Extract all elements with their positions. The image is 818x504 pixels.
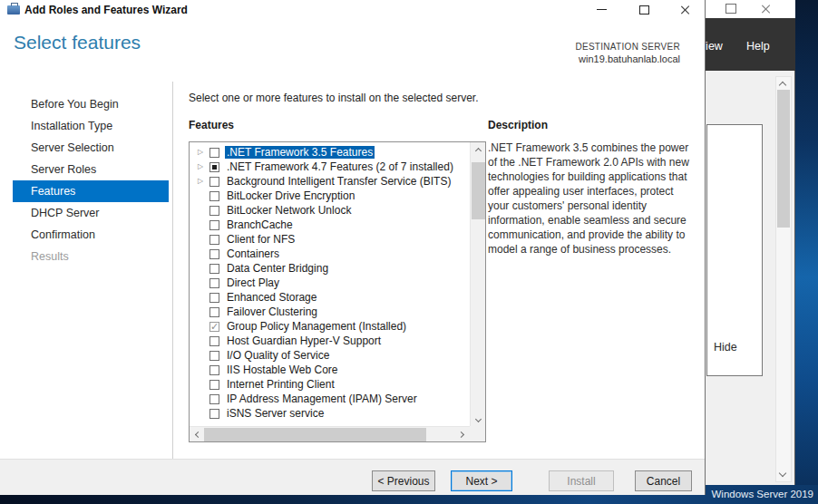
maximize-icon[interactable]	[628, 0, 659, 19]
server-manager-scrollbar[interactable]	[775, 76, 792, 482]
feature-row[interactable]: ▷ iSNS Server service	[190, 406, 470, 421]
feature-checkbox[interactable]	[209, 235, 219, 245]
scrollbar-thumb[interactable]	[472, 162, 485, 219]
feature-label[interactable]: IIS Hostable Web Core	[225, 363, 340, 376]
wizard-titlebar: Add Roles and Features Wizard	[0, 0, 705, 19]
feature-label[interactable]: .NET Framework 3.5 Features	[225, 146, 375, 159]
feature-label[interactable]: BitLocker Network Unlock	[225, 204, 353, 217]
feature-row[interactable]: ▷ BranchCache	[190, 218, 470, 232]
close-icon[interactable]	[670, 0, 701, 19]
feature-checkbox[interactable]	[209, 162, 219, 172]
scroll-down-icon[interactable]	[471, 412, 486, 426]
sidebar-item[interactable]: Results	[13, 246, 169, 267]
feature-label[interactable]: Internet Printing Client	[225, 378, 336, 391]
scroll-left-icon[interactable]	[191, 427, 205, 442]
previous-button[interactable]: < Previous	[372, 470, 435, 491]
feature-row[interactable]: ▷ IIS Hostable Web Core	[190, 363, 470, 377]
feature-checkbox[interactable]	[209, 307, 219, 317]
feature-row[interactable]: ▷ .NET Framework 3.5 Features	[190, 145, 470, 160]
menu-help[interactable]: Help	[746, 40, 770, 53]
features-list-label: Features	[189, 119, 234, 131]
sidebar-item[interactable]: DHCP Server	[13, 202, 169, 224]
feature-label[interactable]: .NET Framework 4.7 Features (2 of 7 inst…	[225, 160, 455, 173]
expand-arrow-icon[interactable]: ▷	[196, 174, 205, 189]
feature-row[interactable]: ▷ Enhanced Storage	[190, 290, 470, 305]
minimize-icon[interactable]	[586, 0, 617, 19]
sidebar-item[interactable]: Server Selection	[13, 137, 169, 159]
desktop: Windows Server 2019 View Help Hide Add R…	[0, 0, 818, 504]
feature-label[interactable]: Enhanced Storage	[225, 291, 318, 304]
feature-checkbox[interactable]	[209, 148, 219, 158]
feature-checkbox[interactable]	[209, 220, 219, 230]
feature-label[interactable]: iSNS Server service	[225, 407, 326, 420]
feature-row[interactable]: ▷ Containers	[190, 247, 470, 261]
sidebar-item[interactable]: Before You Begin	[13, 93, 169, 115]
scroll-right-icon[interactable]	[454, 427, 468, 442]
destination-server-block: DESTINATION SERVER win19.batuhanlab.loca…	[508, 42, 680, 64]
feature-row[interactable]: ▷ Host Guardian Hyper-V Support	[190, 334, 470, 348]
feature-label[interactable]: IP Address Management (IPAM) Server	[225, 393, 419, 405]
feature-row[interactable]: ▷ IP Address Management (IPAM) Server	[190, 392, 470, 406]
scrollbar-thumb[interactable]	[777, 90, 790, 228]
feature-label[interactable]: BitLocker Drive Encryption	[225, 189, 356, 202]
feature-checkbox[interactable]	[209, 380, 219, 390]
feature-checkbox[interactable]	[209, 278, 219, 288]
feature-label[interactable]: Background Intelligent Transfer Service …	[225, 175, 453, 188]
feature-checkbox[interactable]	[209, 206, 219, 216]
maximize-icon[interactable]	[725, 4, 736, 14]
feature-checkbox[interactable]	[209, 394, 219, 404]
scrollbar-thumb[interactable]	[204, 428, 426, 441]
feature-checkbox[interactable]	[209, 365, 219, 375]
feature-row[interactable]: ▷ Client for NFS	[190, 232, 470, 247]
feature-row[interactable]: ▷ .NET Framework 4.7 Features (2 of 7 in…	[190, 160, 470, 174]
feature-row[interactable]: ▷ BitLocker Network Unlock	[190, 203, 470, 218]
install-button[interactable]: Install	[549, 470, 614, 491]
features-listbox: ▷ .NET Framework 3.5 Features ▷ .NET Fra…	[189, 141, 486, 442]
scroll-down-icon[interactable]	[779, 470, 786, 477]
feature-label[interactable]: Client for NFS	[225, 233, 297, 246]
feature-checkbox[interactable]	[209, 336, 219, 346]
sidebar-item-label: Server Roles	[31, 163, 96, 176]
scroll-up-icon[interactable]	[471, 144, 486, 158]
vertical-scrollbar[interactable]	[470, 142, 485, 428]
feature-label[interactable]: BranchCache	[225, 218, 295, 231]
feature-row[interactable]: ▷ Background Intelligent Transfer Servic…	[190, 174, 470, 189]
feature-row[interactable]: ▷ Internet Printing Client	[190, 377, 470, 392]
expand-arrow-icon[interactable]: ▷	[196, 145, 205, 160]
feature-checkbox[interactable]	[209, 293, 219, 303]
feature-row[interactable]: ▷ Direct Play	[190, 276, 470, 290]
horizontal-scrollbar[interactable]	[190, 426, 470, 441]
feature-checkbox[interactable]	[209, 409, 219, 419]
close-icon[interactable]	[761, 4, 772, 15]
cancel-button[interactable]: Cancel	[635, 470, 692, 491]
feature-label[interactable]: Host Guardian Hyper-V Support	[225, 334, 383, 347]
next-button[interactable]: Next >	[451, 470, 512, 491]
feature-checkbox[interactable]	[209, 249, 219, 259]
feature-label[interactable]: Group Policy Management (Installed)	[225, 320, 408, 333]
feature-label[interactable]: I/O Quality of Service	[225, 349, 331, 362]
hide-button[interactable]: Hide	[714, 341, 737, 354]
feature-row[interactable]: ▷ Group Policy Management (Installed)	[190, 319, 470, 334]
feature-row[interactable]: ▷ Failover Clustering	[190, 305, 470, 319]
feature-label[interactable]: Direct Play	[225, 276, 281, 289]
sidebar-item[interactable]: Features	[13, 180, 169, 202]
feature-row[interactable]: ▷ BitLocker Drive Encryption	[190, 189, 470, 203]
feature-checkbox[interactable]	[209, 177, 219, 187]
sidebar-item[interactable]: Installation Type	[13, 115, 169, 137]
expand-arrow-icon[interactable]: ▷	[196, 160, 205, 174]
feature-label[interactable]: Containers	[225, 247, 281, 260]
feature-checkbox[interactable]	[209, 191, 219, 201]
feature-label[interactable]: Data Center Bridging	[225, 262, 330, 275]
feature-checkbox[interactable]	[209, 351, 219, 361]
destination-server-label: DESTINATION SERVER	[508, 42, 680, 52]
feature-checkbox[interactable]	[209, 322, 219, 332]
scroll-up-icon[interactable]	[779, 82, 786, 89]
feature-row[interactable]: ▷ I/O Quality of Service	[190, 348, 470, 363]
feature-row[interactable]: ▷ Data Center Bridging	[190, 261, 470, 276]
destination-server-name: win19.batuhanlab.local	[508, 53, 680, 64]
feature-label[interactable]: Failover Clustering	[225, 305, 319, 318]
sidebar-item[interactable]: Server Roles	[13, 159, 169, 180]
feature-checkbox[interactable]	[209, 264, 219, 274]
sidebar-item[interactable]: Confirmation	[13, 224, 169, 246]
sidebar-item-label: Features	[31, 185, 75, 198]
